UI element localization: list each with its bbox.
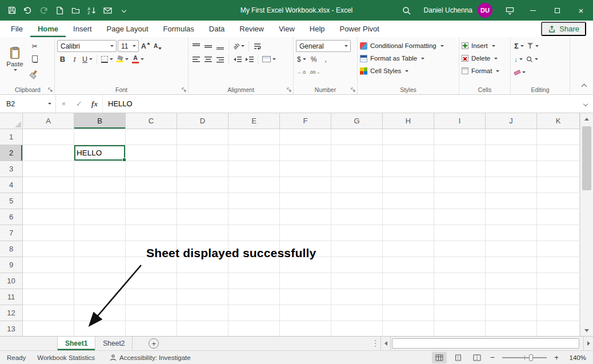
column-header-E[interactable]: E bbox=[229, 113, 280, 129]
cut-button[interactable]: ✂ bbox=[29, 40, 40, 52]
row-header-4[interactable]: 4 bbox=[0, 177, 23, 193]
horizontal-scrollbar-track[interactable] bbox=[390, 337, 583, 350]
cell-G11[interactable] bbox=[331, 289, 383, 305]
decrease-font-size-button[interactable]: A bbox=[153, 40, 163, 52]
tab-help[interactable]: Help bbox=[302, 21, 332, 37]
cell-F6[interactable] bbox=[280, 209, 331, 225]
cell-I9[interactable] bbox=[434, 257, 486, 273]
cell-A10[interactable] bbox=[23, 273, 74, 289]
cell-H2[interactable] bbox=[383, 145, 434, 161]
cell-G10[interactable] bbox=[331, 273, 383, 289]
new-sheet-button[interactable]: + bbox=[149, 338, 159, 349]
tab-review[interactable]: Review bbox=[232, 21, 271, 37]
decrease-decimal-button[interactable]: .00→ bbox=[308, 66, 321, 78]
cell-C11[interactable] bbox=[126, 289, 177, 305]
cell-I2[interactable] bbox=[434, 145, 486, 161]
cell-D1[interactable] bbox=[177, 129, 229, 145]
cell-B13[interactable] bbox=[74, 321, 126, 336]
cell-G8[interactable] bbox=[331, 241, 383, 257]
column-header-C[interactable]: C bbox=[126, 113, 177, 129]
tab-formulas[interactable]: Formulas bbox=[156, 21, 202, 37]
cell-H4[interactable] bbox=[383, 177, 434, 193]
top-align-button[interactable] bbox=[191, 40, 202, 52]
cell-H13[interactable] bbox=[383, 321, 434, 336]
cell-F12[interactable] bbox=[280, 305, 331, 321]
cell-B7[interactable] bbox=[74, 225, 126, 241]
cell-B10[interactable] bbox=[74, 273, 126, 289]
row-header-10[interactable]: 10 bbox=[0, 273, 23, 289]
clipboard-dialog-launcher[interactable] bbox=[48, 87, 53, 93]
cell-D6[interactable] bbox=[177, 209, 229, 225]
clear-button[interactable] bbox=[513, 66, 527, 78]
cell-styles-button[interactable]: Cell Styles bbox=[360, 65, 456, 77]
tab-insert[interactable]: Insert bbox=[66, 21, 99, 37]
cell-H8[interactable] bbox=[383, 241, 434, 257]
cell-F5[interactable] bbox=[280, 193, 331, 209]
cell-I10[interactable] bbox=[434, 273, 486, 289]
cell-C3[interactable] bbox=[126, 161, 177, 177]
bold-button[interactable]: B bbox=[57, 53, 68, 65]
cell-C5[interactable] bbox=[126, 193, 177, 209]
cell-I3[interactable] bbox=[434, 161, 486, 177]
avatar[interactable]: DU bbox=[478, 3, 492, 18]
column-header-H[interactable]: H bbox=[383, 113, 434, 129]
sheet-tab-sheet1[interactable]: Sheet1 bbox=[57, 337, 95, 350]
row-header-3[interactable]: 3 bbox=[0, 161, 23, 177]
cell-C4[interactable] bbox=[126, 177, 177, 193]
cell-H12[interactable] bbox=[383, 305, 434, 321]
cell-J11[interactable] bbox=[486, 289, 537, 305]
cell-E6[interactable] bbox=[229, 209, 280, 225]
enter-button[interactable]: ✓ bbox=[71, 95, 87, 113]
cell-G4[interactable] bbox=[331, 177, 383, 193]
cell-C12[interactable] bbox=[126, 305, 177, 321]
vertical-scrollbar-thumb[interactable] bbox=[582, 126, 591, 190]
cell-K6[interactable] bbox=[537, 209, 580, 225]
fill-color-button[interactable] bbox=[115, 53, 130, 65]
cell-H7[interactable] bbox=[383, 225, 434, 241]
cell-G9[interactable] bbox=[331, 257, 383, 273]
decrease-indent-button[interactable] bbox=[232, 53, 243, 65]
cell-F10[interactable] bbox=[280, 273, 331, 289]
cell-G3[interactable] bbox=[331, 161, 383, 177]
italic-button[interactable]: I bbox=[69, 53, 80, 65]
row-header-13[interactable]: 13 bbox=[0, 321, 23, 336]
row-header-1[interactable]: 1 bbox=[0, 129, 23, 145]
tab-home[interactable]: Home bbox=[30, 21, 66, 37]
cell-D7[interactable] bbox=[177, 225, 229, 241]
cell-G12[interactable] bbox=[331, 305, 383, 321]
share-button[interactable]: Share bbox=[541, 22, 586, 36]
cell-K13[interactable] bbox=[537, 321, 580, 336]
font-name-select[interactable]: Calibri bbox=[57, 40, 117, 52]
workbook-statistics-button[interactable]: Workbook Statistics bbox=[37, 354, 95, 361]
cell-J10[interactable] bbox=[486, 273, 537, 289]
merge-center-button[interactable] bbox=[261, 53, 277, 65]
vertical-scrollbar[interactable] bbox=[580, 113, 593, 336]
column-header-B[interactable]: B bbox=[74, 113, 126, 129]
cell-I8[interactable] bbox=[434, 241, 486, 257]
cell-K2[interactable] bbox=[537, 145, 580, 161]
cell-D11[interactable] bbox=[177, 289, 229, 305]
row-header-2[interactable]: 2 bbox=[0, 145, 23, 161]
cell-E5[interactable] bbox=[229, 193, 280, 209]
align-center-button[interactable] bbox=[203, 53, 214, 65]
cell-H11[interactable] bbox=[383, 289, 434, 305]
increase-decimal-button[interactable]: ←.0 bbox=[296, 66, 307, 78]
paste-button[interactable]: Paste bbox=[3, 41, 26, 78]
cell-J12[interactable] bbox=[486, 305, 537, 321]
column-header-D[interactable]: D bbox=[177, 113, 229, 129]
cell-K4[interactable] bbox=[537, 177, 580, 193]
font-color-button[interactable]: A bbox=[131, 53, 145, 65]
accounting-format-button[interactable]: $ bbox=[296, 53, 307, 65]
cell-I5[interactable] bbox=[434, 193, 486, 209]
percent-style-button[interactable]: % bbox=[308, 53, 319, 65]
cell-J5[interactable] bbox=[486, 193, 537, 209]
zoom-out-button[interactable]: − bbox=[488, 353, 496, 362]
expand-formula-bar-button[interactable] bbox=[578, 95, 593, 113]
cell-J3[interactable] bbox=[486, 161, 537, 177]
cell-H6[interactable] bbox=[383, 209, 434, 225]
sheet-tab-sheet2[interactable]: Sheet2 bbox=[95, 337, 133, 350]
cell-K3[interactable] bbox=[537, 161, 580, 177]
insert-cells-button[interactable]: Insert bbox=[462, 40, 508, 51]
conditional-formatting-button[interactable]: Conditional Formatting bbox=[360, 40, 456, 51]
cell-B6[interactable] bbox=[74, 209, 126, 225]
